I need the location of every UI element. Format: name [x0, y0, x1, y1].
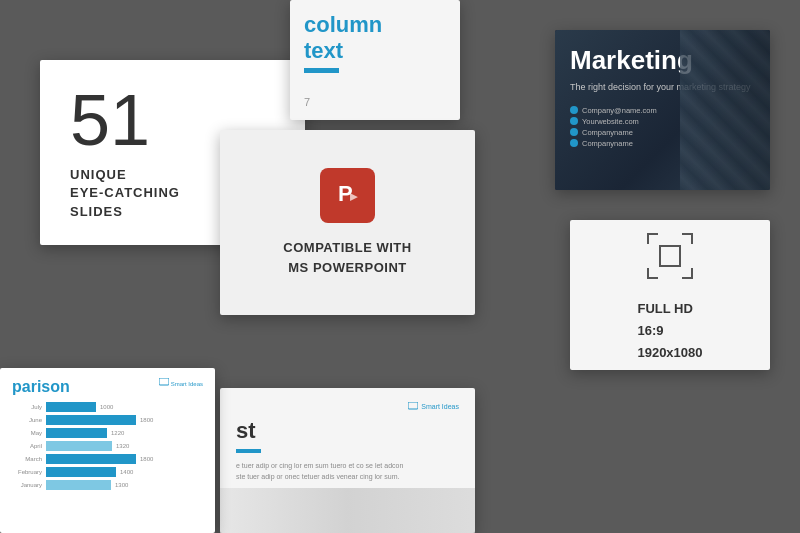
bar-chart: July 1000 June 1800 May 1220 April 1320 … [12, 402, 203, 490]
fullhd-text: FULL HD 16:9 1920x1080 [637, 298, 702, 364]
bar-row-july: July 1000 [12, 402, 203, 412]
svg-text:▸: ▸ [350, 188, 358, 204]
twitter-icon [570, 128, 578, 136]
bar-fill [46, 402, 96, 412]
chart-title: parison [12, 378, 70, 396]
smart-ideas-2-label: Smart Ideas [236, 402, 459, 410]
powerpoint-icon: P ▸ [320, 168, 375, 223]
svg-rect-4 [408, 402, 418, 409]
office-photo [680, 30, 770, 190]
slide7-heading: st [236, 418, 459, 444]
slide-marketing: Marketing The right decision for your ma… [555, 30, 770, 190]
column-text-label: column text [304, 12, 446, 65]
ppt-letter: P ▸ [334, 179, 362, 213]
svg-rect-2 [660, 246, 680, 266]
email-icon [570, 106, 578, 114]
bar-fill [46, 467, 116, 477]
svg-rect-3 [159, 378, 169, 385]
ppt-svg: P ▸ [334, 179, 362, 207]
facebook-icon [570, 139, 578, 147]
slide-page-number: 7 [304, 96, 310, 108]
slide-count-number: 51 [70, 84, 150, 156]
bar-row-march: March 1800 [12, 454, 203, 464]
monitor-icon-2 [408, 402, 418, 410]
bar-fill [46, 428, 107, 438]
bar-fill [46, 415, 136, 425]
slide-powerpoint-compat: P ▸ COMPATIBLE WITH MS POWERPOINT [220, 130, 475, 315]
lorem-text-2: ste tuer adip or onec tetuer adis venear… [236, 472, 459, 483]
bottom-photo [220, 488, 475, 533]
slide-comparison-chart: parison Smart Ideas July 1000 June 1800 … [0, 368, 215, 533]
blue-accent-rect [236, 449, 261, 453]
slide-fullhd: FULL HD 16:9 1920x1080 [570, 220, 770, 370]
bar-fill [46, 454, 136, 464]
web-icon [570, 117, 578, 125]
bar-fill-light [46, 441, 112, 451]
fullhd-icon [640, 226, 700, 286]
blue-accent-bar [304, 68, 339, 73]
bar-row-february: February 1400 [12, 467, 203, 477]
bar-row-june: June 1800 [12, 415, 203, 425]
bar-row-may: May 1220 [12, 428, 203, 438]
slide-tagline: UNIQUE EYE-CATCHING SLIDES [70, 166, 180, 221]
compat-text: COMPATIBLE WITH MS POWERPOINT [283, 238, 411, 277]
lorem-text-1: e tuer adip or cing lor em sum tuero et … [236, 461, 459, 472]
slide-lorem-text: Smart Ideas st e tuer adip or cing lor e… [220, 388, 475, 533]
bar-row-april: April 1320 [12, 441, 203, 451]
bar-fill-light [46, 480, 111, 490]
marketing-overlay: Marketing The right decision for your ma… [555, 30, 770, 190]
monitor-icon [159, 378, 169, 386]
bar-row-january: January 1300 [12, 480, 203, 490]
slide-column-text: column text 7 [290, 0, 460, 120]
smart-ideas-label: Smart Ideas [159, 378, 203, 387]
fullhd-svg [640, 226, 700, 286]
